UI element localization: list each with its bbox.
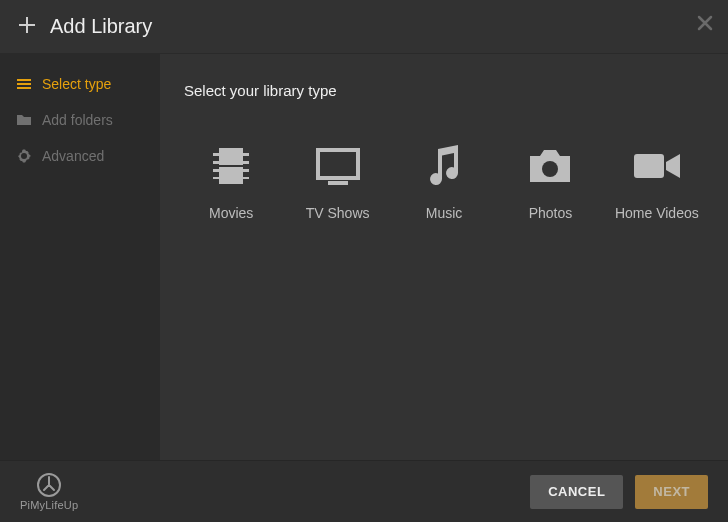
svg-rect-4 (213, 156, 219, 161)
type-label: Home Videos (615, 205, 699, 221)
film-icon (203, 143, 259, 189)
type-music[interactable]: Music (397, 137, 491, 227)
add-library-modal: Add Library Select type Add folders (0, 0, 728, 522)
svg-rect-10 (243, 164, 249, 169)
library-type-row: Movies TV Shows Music (184, 137, 704, 227)
close-button[interactable] (696, 14, 714, 36)
sidebar-item-label: Advanced (42, 148, 104, 164)
svg-rect-7 (213, 179, 219, 184)
wizard-sidebar: Select type Add folders Advanced (0, 54, 160, 460)
type-label: TV Shows (306, 205, 370, 221)
content-pane: Select your library type Movies TV Shows (160, 54, 728, 460)
svg-rect-15 (328, 181, 348, 185)
svg-rect-9 (243, 156, 249, 161)
music-icon (416, 143, 472, 189)
svg-rect-14 (318, 150, 358, 178)
modal-header: Add Library (0, 0, 728, 54)
plus-icon (18, 16, 36, 38)
content-heading: Select your library type (184, 82, 704, 99)
modal-title: Add Library (50, 15, 152, 38)
folder-icon (16, 112, 32, 128)
sidebar-item-select-type[interactable]: Select type (0, 66, 160, 102)
brand-block: PiMyLifeUp (20, 473, 78, 511)
sidebar-item-label: Add folders (42, 112, 113, 128)
svg-rect-11 (243, 172, 249, 177)
svg-rect-17 (634, 154, 664, 178)
type-photos[interactable]: Photos (503, 137, 597, 227)
list-icon (16, 76, 32, 92)
camera-icon (522, 143, 578, 189)
type-movies[interactable]: Movies (184, 137, 278, 227)
modal-body: Select type Add folders Advanced Select … (0, 54, 728, 460)
video-camera-icon (629, 143, 685, 189)
svg-point-16 (542, 161, 558, 177)
svg-rect-6 (213, 172, 219, 177)
svg-rect-5 (213, 164, 219, 169)
next-button[interactable]: NEXT (635, 475, 708, 509)
type-home-videos[interactable]: Home Videos (610, 137, 704, 227)
type-tv-shows[interactable]: TV Shows (290, 137, 384, 227)
modal-footer: PiMyLifeUp CANCEL NEXT (0, 460, 728, 522)
brand-logo-icon (37, 473, 61, 497)
svg-rect-3 (213, 148, 219, 153)
gear-icon (16, 148, 32, 164)
tv-icon (310, 143, 366, 189)
sidebar-item-add-folders[interactable]: Add folders (0, 102, 160, 138)
svg-rect-8 (243, 148, 249, 153)
close-icon (696, 14, 714, 32)
svg-rect-12 (243, 179, 249, 184)
type-label: Photos (529, 205, 573, 221)
brand-text: PiMyLifeUp (20, 499, 78, 511)
type-label: Movies (209, 205, 253, 221)
cancel-button[interactable]: CANCEL (530, 475, 623, 509)
sidebar-item-label: Select type (42, 76, 111, 92)
sidebar-item-advanced[interactable]: Advanced (0, 138, 160, 174)
svg-rect-13 (219, 165, 243, 167)
type-label: Music (426, 205, 463, 221)
